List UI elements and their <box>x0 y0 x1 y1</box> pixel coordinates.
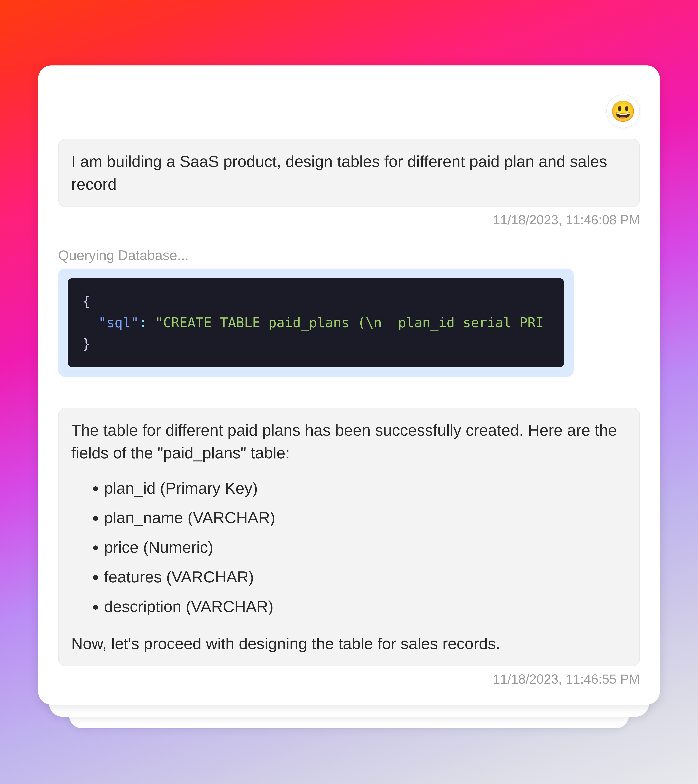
list-item: features (VARCHAR) <box>104 562 627 592</box>
code-key: "sql" <box>98 315 139 330</box>
code-indent <box>82 315 98 330</box>
assistant-message-timestamp: 11/18/2023, 11:46:55 PM <box>58 672 640 687</box>
user-avatar[interactable]: 😃 <box>606 94 640 128</box>
code-brace-close: } <box>82 336 91 352</box>
chat-card: 😃 I am building a SaaS product, design t… <box>38 66 660 705</box>
assistant-intro: The table for different paid plans has b… <box>71 419 627 464</box>
code-value: "CREATE TABLE paid_plans (\n plan_id ser… <box>155 315 544 330</box>
list-item: plan_name (VARCHAR) <box>104 503 627 532</box>
code-panel: { "sql": "CREATE TABLE paid_plans (\n pl… <box>58 268 574 377</box>
list-item: plan_id (Primary Key) <box>104 473 627 503</box>
avatar-row: 😃 <box>58 94 640 128</box>
list-item: description (VARCHAR) <box>104 592 627 621</box>
user-message-timestamp: 11/18/2023, 11:46:08 PM <box>58 212 640 227</box>
avatar-emoji: 😃 <box>611 99 636 123</box>
code-colon: : <box>139 315 155 330</box>
user-message-text: I am building a SaaS product, design tab… <box>71 150 627 196</box>
code-block[interactable]: { "sql": "CREATE TABLE paid_plans (\n pl… <box>67 278 564 367</box>
user-message-bubble: I am building a SaaS product, design tab… <box>58 139 640 207</box>
code-brace-open: { <box>82 293 91 309</box>
fields-list: plan_id (Primary Key) plan_name (VARCHAR… <box>71 473 627 621</box>
card-stack: 😃 I am building a SaaS product, design t… <box>38 66 660 705</box>
assistant-outro: Now, let's proceed with designing the ta… <box>71 632 627 655</box>
assistant-message-bubble: The table for different paid plans has b… <box>58 408 640 666</box>
status-text: Querying Database... <box>58 247 640 263</box>
code-content: { "sql": "CREATE TABLE paid_plans (\n pl… <box>82 291 550 354</box>
list-item: price (Numeric) <box>104 532 627 562</box>
